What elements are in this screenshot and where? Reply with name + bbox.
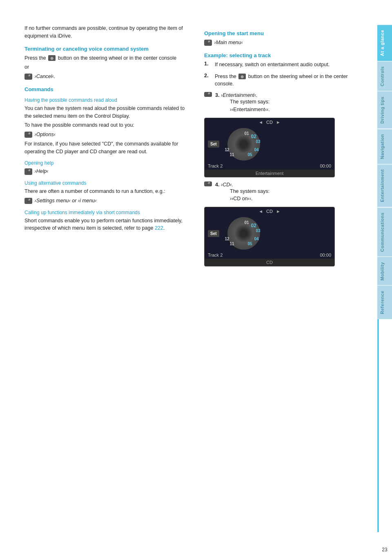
cd-num2-02: 02: [251, 223, 256, 228]
step-2-num: 2.: [204, 73, 212, 78]
sidebar-tab-communications[interactable]: Communications: [377, 207, 392, 257]
terminating-title: Terminating or canceling voice command s…: [24, 46, 188, 52]
opening-menu-title: Opening the start menu: [204, 30, 361, 36]
cd-num2-11: 11: [230, 242, 234, 246]
cd-footer-1: Entertainment: [205, 170, 334, 177]
having-commands-note: For instance, if you have selected "CD",…: [24, 140, 188, 156]
voice-icon-main-menu: 🎤: [204, 40, 212, 46]
cd-set-button-2: Set: [208, 230, 219, 237]
steering-button-icon-2: [238, 74, 246, 79]
cd-bottom-row-2: Track 2 00:00: [205, 251, 334, 259]
cd-num-05: 05: [248, 152, 252, 157]
calling-functions-title: Calling up functions immediately via sho…: [24, 210, 188, 215]
voice-icon-step3: 🎤: [204, 92, 212, 97]
step-4-cmd: ›CD‹.: [221, 182, 233, 188]
cd-num-01: 01: [245, 131, 249, 136]
terminating-or: or: [24, 63, 188, 71]
voice-icon-options: 🎤: [24, 132, 32, 138]
options-cmd: ›Options‹: [34, 132, 55, 137]
step-4-says: The system says: ››CD on‹‹.: [230, 188, 270, 203]
cd-top-bar-2: ◄ CD ►: [205, 207, 334, 215]
page-link[interactable]: 222: [155, 225, 163, 231]
cd-num2-04: 04: [254, 237, 259, 241]
settings-cmd-row: 🎤 ›Settings menu‹ or ›i menu‹: [24, 197, 188, 205]
options-cmd-row: 🎤 ›Options‹: [24, 131, 188, 139]
step-4-num: 4.: [215, 182, 219, 188]
main-menu-cmd: ›Main menu‹: [214, 40, 243, 45]
cd-set-button-1: Set: [208, 141, 219, 148]
intro-text: If no further commands are possible, con…: [24, 25, 188, 40]
cd-num-03: 03: [256, 139, 261, 144]
having-commands-title: Having the possible commands read aloud: [24, 97, 188, 103]
voice-icon-cancel: 🎤: [24, 74, 32, 80]
having-commands-text: You can have the system read aloud the p…: [24, 105, 188, 120]
help-cmd-row: 🎤 ›Help‹: [24, 168, 188, 175]
cd-numbers-2: 01 02 03 04 05 11 12: [223, 217, 272, 250]
using-alt-text: There are often a number of commands to …: [24, 188, 188, 195]
terminating-text: Press the button on the steering wheel o…: [24, 54, 188, 62]
cancel-cmd: ›Cancel‹.: [34, 74, 55, 79]
cd-disc-area-2: 01 02 03 04 05 11 12: [223, 217, 272, 250]
step-4: 🎤 4. ›CD‹. The system says: ››CD on‹‹.: [204, 181, 361, 203]
cd-num2-03: 03: [256, 228, 261, 233]
cd-bottom-row-1: Track 2 00:00: [205, 162, 334, 170]
cd-time-2: 00:00: [320, 253, 331, 257]
step-3-num: 3.: [215, 92, 219, 98]
commands-title: Commands: [24, 86, 188, 92]
cd-track-label-2: Track 2: [208, 253, 223, 257]
sidebar-tab-entertainment[interactable]: Entertainment: [377, 164, 392, 207]
example-title: Example: selecting a track: [204, 52, 361, 58]
cancel-cmd-row: 🎤 ›Cancel‹.: [24, 73, 188, 81]
main-menu-cmd-row: 🎤 ›Main menu‹: [204, 39, 361, 47]
cd-footer-2: CD: [205, 259, 334, 266]
cd-numbers-1: 01 02 03 04 05 11 12: [223, 128, 272, 161]
sidebar: At a glance Controls Driving tips Naviga…: [377, 0, 392, 555]
step-1: 1. If necessary, switch on entertainment…: [204, 61, 361, 70]
cd-track-label-1: Track 2: [208, 163, 223, 168]
cd-num2-12: 12: [225, 237, 229, 241]
sidebar-tab-reference[interactable]: Reference: [377, 285, 392, 319]
step-1-text: If necessary, switch on entertainment au…: [215, 61, 330, 69]
cd-main-area-1: Set 01 02 03 04 05 11 12: [205, 126, 334, 162]
cd-num-04: 04: [254, 148, 259, 152]
sidebar-tab-controls[interactable]: Controls: [377, 61, 392, 91]
cd-top-bar-1: ◄ CD ►: [205, 118, 334, 126]
using-alt-title: Using alternative commands: [24, 180, 188, 186]
cd-time-1: 00:00: [320, 163, 331, 168]
cd-display-2: ◄ CD ► Set 01 02 03 04 05 11 12: [204, 207, 335, 266]
step-3: 🎤 3. ›Entertainment‹. The system says: ›…: [204, 92, 361, 114]
cd-num2-05: 05: [248, 242, 252, 246]
cd-num-02: 02: [251, 134, 256, 139]
opening-help-title: Opening help: [24, 160, 188, 166]
step-2: 2. Press the button on the steering whee…: [204, 73, 361, 90]
voice-icon-settings: 🎤: [24, 198, 32, 204]
cd-main-area-2: Set 01 02 03 04 05 11 12: [205, 215, 334, 251]
step-2-text: Press the button on the steering wheel o…: [215, 73, 361, 88]
steering-button-icon: [48, 55, 56, 61]
sidebar-tab-mobility[interactable]: Mobility: [377, 257, 392, 286]
cd-disc-area-1: 01 02 03 04 05 11 12: [223, 128, 272, 161]
cd-display-1: ◄ CD ► Set 01 02 03 04 05 11 12: [204, 118, 335, 177]
settings-cmd: ›Settings menu‹ or ›i menu‹: [34, 198, 96, 204]
sidebar-tab-navigation[interactable]: Navigation: [377, 129, 392, 164]
voice-icon-help: 🎤: [24, 168, 32, 175]
having-commands-text2: To have the possible commands read out t…: [24, 121, 188, 129]
page-number: 23: [377, 544, 392, 555]
cd-num-12: 12: [225, 148, 229, 152]
sidebar-tab-at-a-glance[interactable]: At a glance: [377, 25, 392, 61]
calling-functions-text: Short commands enable you to perform cer…: [24, 217, 188, 233]
step-1-num: 1.: [204, 61, 212, 67]
sidebar-tab-driving-tips[interactable]: Driving tips: [377, 91, 392, 129]
step-3-says: The system says: ››Entertainment‹‹.: [230, 98, 270, 114]
voice-icon-step4: 🎤: [204, 181, 212, 186]
cd-num2-01: 01: [245, 220, 249, 225]
step-3-cmd: ›Entertainment‹.: [221, 92, 258, 98]
help-cmd: ›Help‹: [34, 168, 48, 174]
cd-num-11: 11: [230, 152, 234, 157]
